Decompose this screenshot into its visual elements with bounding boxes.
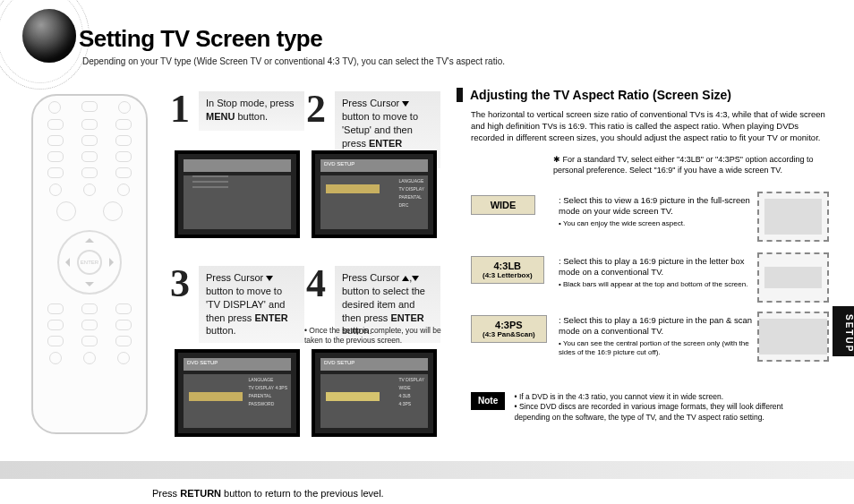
note-line: • Since DVD discs are recorded in variou… [515, 402, 783, 421]
step-1-text: In Stop mode, press MENU button. [199, 91, 304, 131]
option-43ps: 4:3PS (4:3 Pan&Scan) : Select this to pl… [471, 315, 829, 343]
decorative-sphere [0, 0, 81, 81]
tv-screenshot-4: DVD SETUP TV DISPLAY WIDE4:3LB4:3PS [312, 349, 437, 437]
cursor-up-icon [402, 276, 409, 281]
option-43lb: 4:3LB (4:3 Letterbox) : Select this to p… [471, 256, 829, 284]
side-tab-setup: SETUP [833, 306, 854, 356]
option-desc: : Select this to play a 16:9 picture in … [559, 315, 754, 357]
step-number: 1 [170, 90, 190, 129]
option-desc: : Select this to play a 16:9 picture in … [559, 256, 754, 289]
adjust-note: ✱ For a standard TV, select either "4:3L… [553, 154, 822, 175]
option-thumb-letterbox [757, 252, 829, 303]
cursor-down-icon [266, 276, 273, 281]
option-label: 4:3LB (4:3 Letterbox) [471, 256, 544, 284]
step-3-text: Press Cursor button to move to 'TV DISPL… [199, 266, 304, 343]
option-desc: : Select this to view a 16:9 picture in … [559, 195, 754, 228]
step-number: 3 [170, 264, 190, 303]
cursor-down-icon [412, 276, 419, 281]
page-title: Setting TV Screen type [79, 25, 322, 53]
tv-screenshot-3: DVD SETUP LANGUAGE TV DISPLAY 4:3PS PARE… [175, 349, 300, 437]
cursor-down-icon [402, 101, 409, 107]
note-badge: Note [471, 392, 505, 410]
tv-screenshot-1 [175, 150, 300, 238]
step-number: 4 [306, 264, 326, 303]
tv-screenshot-2: DVD SETUP LANGUAGE TV DISPLAY PARENTAL D… [312, 150, 437, 238]
adjust-heading: Adjusting the TV Aspect Ratio (Screen Si… [457, 88, 731, 102]
footer-divider [0, 461, 854, 479]
option-thumb-wide [757, 192, 829, 242]
page-subtitle: Depending on your TV type (Wide Screen T… [82, 56, 505, 67]
cursor-pad: ENTER [57, 230, 122, 295]
option-thumb-panscan [757, 312, 829, 362]
footer-hint: Press RETURN button to return to the pre… [152, 488, 384, 499]
completion-tip: • Once the setup is complete, you will b… [304, 326, 448, 346]
remote-illustration: ENTER [31, 94, 148, 434]
note-line: • If a DVD is in the 4:3 ratio, you cann… [515, 392, 724, 401]
option-label: WIDE [471, 195, 535, 215]
option-label: 4:3PS (4:3 Pan&Scan) [471, 315, 547, 343]
adjust-paragraph: The horizontal to vertical screen size r… [471, 109, 827, 143]
option-wide: WIDE : Select this to view a 16:9 pictur… [471, 195, 829, 215]
step-number: 2 [306, 90, 326, 129]
note-block: Note • If a DVD is in the 4:3 ratio, you… [471, 392, 829, 423]
